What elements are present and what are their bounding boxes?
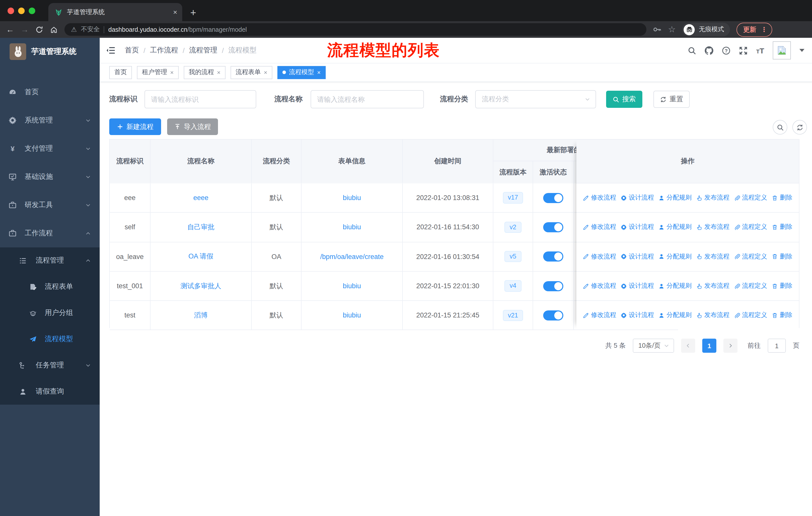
version-badge[interactable]: v17 <box>503 192 523 203</box>
process-definition-link[interactable]: 流程定义 <box>734 223 767 232</box>
sidebar-item-infrastructure[interactable]: 基础设施 <box>0 163 100 191</box>
goto-page-input[interactable] <box>768 338 786 353</box>
process-definition-link[interactable]: 流程定义 <box>734 193 767 202</box>
delete-link[interactable]: 删除 <box>772 223 792 232</box>
next-page-button[interactable] <box>723 338 737 353</box>
publish-process-link[interactable]: 发布流程 <box>696 282 729 290</box>
forward-icon[interactable]: → <box>21 25 29 33</box>
design-process-link[interactable]: 设计流程 <box>621 282 654 290</box>
sidebar-item-process-form[interactable]: 流程表单 <box>0 274 100 300</box>
close-icon[interactable]: × <box>317 69 321 75</box>
assign-rule-link[interactable]: 分配规则 <box>659 193 692 202</box>
tab-close-icon[interactable]: × <box>173 8 177 16</box>
github-icon[interactable] <box>705 46 713 55</box>
publish-process-link[interactable]: 发布流程 <box>696 193 729 202</box>
minimize-window-button[interactable] <box>18 7 25 14</box>
edit-process-link[interactable]: 修改流程 <box>583 311 616 320</box>
reset-button[interactable]: 重置 <box>654 91 690 108</box>
help-icon[interactable] <box>722 46 730 55</box>
process-name-link[interactable]: 自己审批 <box>187 223 214 232</box>
process-key-input[interactable] <box>144 90 256 108</box>
design-process-link[interactable]: 设计流程 <box>621 193 654 202</box>
create-process-button[interactable]: 新建流程 <box>109 118 161 135</box>
assign-rule-link[interactable]: 分配规则 <box>659 223 692 232</box>
breadcrumb-process-management[interactable]: 流程管理 <box>189 46 218 55</box>
breadcrumb-workflow[interactable]: 工作流程 <box>150 46 178 55</box>
publish-process-link[interactable]: 发布流程 <box>696 223 729 232</box>
sidebar-collapse-icon[interactable] <box>106 46 115 55</box>
sidebar-item-process-model[interactable]: 流程模型 <box>0 326 100 352</box>
design-process-link[interactable]: 设计流程 <box>621 223 654 232</box>
sidebar-item-user-group[interactable]: 用户分组 <box>0 300 100 326</box>
close-icon[interactable]: × <box>217 69 221 75</box>
delete-link[interactable]: 删除 <box>772 311 792 320</box>
active-toggle[interactable] <box>543 222 563 232</box>
assign-rule-link[interactable]: 分配规则 <box>659 311 692 320</box>
publish-process-link[interactable]: 发布流程 <box>696 252 729 261</box>
process-category-select[interactable]: 流程分类 <box>475 90 596 108</box>
version-badge[interactable]: v5 <box>505 251 521 262</box>
avatar[interactable] <box>773 41 791 59</box>
reload-icon[interactable] <box>35 25 43 33</box>
current-page-button[interactable]: 1 <box>702 338 716 353</box>
sidebar-item-task-management[interactable]: 任务管理 <box>0 352 100 378</box>
active-toggle[interactable] <box>543 251 563 262</box>
edit-process-link[interactable]: 修改流程 <box>583 252 616 261</box>
font-size-icon[interactable]: TT <box>756 46 764 55</box>
process-definition-link[interactable]: 流程定义 <box>734 252 767 261</box>
browser-tab[interactable]: 芋道管理系统 × <box>48 3 182 21</box>
refresh-table-button[interactable] <box>792 120 807 135</box>
sidebar-item-process-management[interactable]: 流程管理 <box>0 247 100 274</box>
maximize-window-button[interactable] <box>29 7 35 14</box>
process-name-link[interactable]: 滔博 <box>194 311 208 320</box>
address-bar[interactable]: ⚠ 不安全 dashboard.yudao.iocoder.cn/bpm/man… <box>64 23 646 36</box>
process-name-link[interactable]: eeee <box>193 194 208 201</box>
page-url[interactable]: dashboard.yudao.iocoder.cn/bpm/manager/m… <box>108 26 247 33</box>
active-toggle[interactable] <box>543 193 563 203</box>
search-button[interactable]: 搜索 <box>606 91 642 108</box>
browser-menu-icon[interactable]: ⋮ <box>761 26 767 33</box>
edit-process-link[interactable]: 修改流程 <box>583 282 616 290</box>
form-info-link[interactable]: biubiu <box>343 312 361 319</box>
form-info-link[interactable]: biubiu <box>343 282 361 290</box>
process-definition-link[interactable]: 流程定义 <box>734 282 767 290</box>
fullscreen-icon[interactable] <box>739 46 748 55</box>
active-toggle[interactable] <box>543 281 563 291</box>
form-info-link[interactable]: biubiu <box>343 223 361 231</box>
assign-rule-link[interactable]: 分配规则 <box>659 252 692 261</box>
new-tab-button[interactable]: + <box>190 7 196 18</box>
page-size-select[interactable]: 10条/页 <box>633 338 674 353</box>
form-info-link[interactable]: biubiu <box>343 194 361 201</box>
process-name-link[interactable]: OA 请假 <box>188 252 213 261</box>
show-search-button[interactable] <box>773 120 787 135</box>
close-icon[interactable]: × <box>170 69 174 75</box>
sidebar-item-leave-query[interactable]: 请假查询 <box>0 378 100 405</box>
browser-update-button[interactable]: 更新 ⋮ <box>737 22 773 36</box>
sidebar-item-home[interactable]: 首页 <box>0 78 100 106</box>
sidebar-item-devtools[interactable]: 研发工具 <box>0 191 100 219</box>
avatar-caret-icon[interactable] <box>800 49 805 52</box>
close-icon[interactable]: × <box>264 69 267 75</box>
form-info-link[interactable]: /bpm/oa/leave/create <box>320 253 384 260</box>
delete-link[interactable]: 删除 <box>772 193 792 202</box>
tag-tenant[interactable]: 租户管理× <box>137 66 179 79</box>
active-toggle[interactable] <box>543 310 563 321</box>
import-process-button[interactable]: 导入流程 <box>167 118 218 135</box>
version-badge[interactable]: v4 <box>505 280 521 292</box>
close-window-button[interactable] <box>7 7 14 14</box>
home-icon[interactable] <box>50 25 58 33</box>
sidebar-item-system[interactable]: 系统管理 <box>0 106 100 135</box>
sidebar-item-payment[interactable]: 支付管理 <box>0 135 100 163</box>
process-name-input[interactable] <box>311 90 424 108</box>
version-badge[interactable]: v21 <box>503 310 523 321</box>
tag-home[interactable]: 首页 <box>109 66 132 79</box>
password-key-icon[interactable] <box>653 25 662 34</box>
publish-process-link[interactable]: 发布流程 <box>696 311 729 320</box>
edit-process-link[interactable]: 修改流程 <box>583 223 616 232</box>
design-process-link[interactable]: 设计流程 <box>621 252 654 261</box>
version-badge[interactable]: v2 <box>505 221 521 233</box>
delete-link[interactable]: 删除 <box>772 282 792 290</box>
back-icon[interactable]: ← <box>6 25 14 33</box>
security-label[interactable]: 不安全 <box>81 25 100 34</box>
breadcrumb-home[interactable]: 首页 <box>125 46 139 55</box>
